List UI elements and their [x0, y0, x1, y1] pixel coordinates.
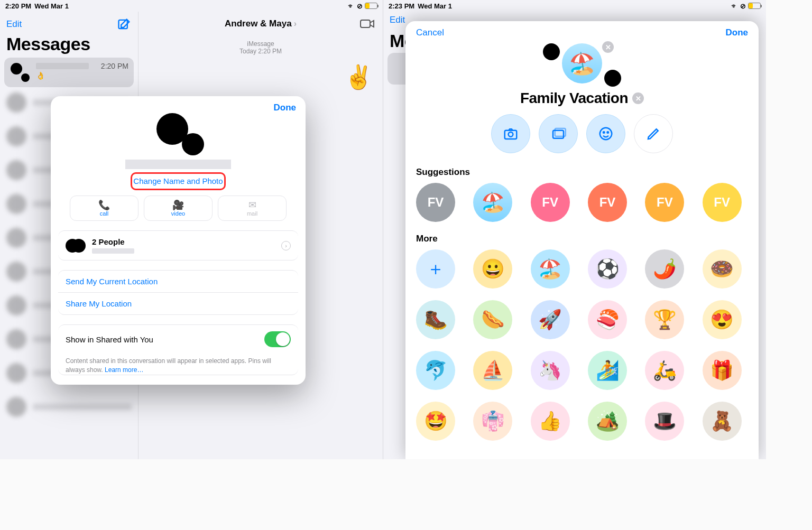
left-device: 2:20 PM Wed Mar 1 ᯤ ⊘ Edit Messages 2:20… — [0, 0, 383, 459]
more-item[interactable]: 🤩 — [416, 402, 455, 441]
more-item[interactable]: 🎩 — [645, 402, 684, 441]
group-photo-preview: 🏖️ ✕ — [529, 41, 635, 89]
edit-button[interactable]: Edit — [390, 15, 405, 25]
suggestion-item[interactable]: FV — [703, 183, 742, 222]
status-bar: 2:23 PM Wed Mar 1 ᯤ ⊘ — [383, 0, 766, 12]
suggestion-item[interactable]: FV — [588, 183, 627, 222]
more-item[interactable]: 🏄 — [588, 351, 627, 390]
more-item[interactable]: 🥾 — [416, 300, 455, 339]
mail-icon: ✉︎ — [248, 200, 256, 210]
status-time: 2:23 PM — [389, 2, 414, 10]
more-item[interactable]: 😀 — [473, 249, 512, 289]
conversation-name — [36, 63, 89, 69]
more-item[interactable]: 🍩 — [703, 249, 742, 289]
video-icon: 🎥 — [172, 200, 184, 210]
more-item[interactable]: 🎁 — [703, 351, 742, 390]
emoji-button[interactable] — [586, 114, 625, 153]
video-button[interactable]: 🎥video — [144, 196, 213, 221]
conversation-preview: 👌 — [36, 71, 128, 80]
compose-button[interactable] — [117, 17, 132, 32]
mail-button: ✉︎mail — [218, 196, 287, 221]
svg-point-8 — [607, 132, 609, 133]
conversation-time: 2:20 PM — [101, 62, 128, 70]
wifi-icon: ᯤ — [731, 2, 738, 10]
more-heading: More — [416, 234, 748, 244]
send-location-button[interactable]: Send My Current Location — [58, 271, 298, 292]
more-item[interactable]: 😍 — [703, 300, 742, 339]
suggestion-item[interactable]: 🏖️ — [473, 183, 512, 222]
more-item[interactable]: 🏖️ — [531, 249, 570, 289]
clear-name-button[interactable]: ✕ — [632, 92, 644, 104]
learn-more-link[interactable]: Learn more… — [105, 366, 143, 374]
shared-with-you-row: Show in Shared with You — [58, 325, 298, 354]
more-item[interactable]: 🧸 — [703, 402, 742, 441]
cancel-button[interactable]: Cancel — [416, 27, 444, 38]
call-button[interactable]: 📞call — [70, 196, 139, 221]
camera-button[interactable] — [491, 114, 530, 153]
photos-button[interactable] — [539, 114, 578, 153]
svg-point-6 — [600, 128, 612, 140]
group-avatar-icon — [10, 62, 31, 83]
battery-icon — [365, 3, 377, 9]
svg-rect-1 — [361, 20, 370, 27]
shared-footnote: Content shared in this conversation will… — [58, 354, 298, 375]
right-device: 2:23 PM Wed Mar 1 ᯤ ⊘ Edit Messages ✌️ C… — [383, 0, 766, 459]
more-grid: ＋😀🏖️⚽🌶️🍩🥾🌭🚀🍣🏆😍🐬⛵🦄🏄🛵🎁🤩👘👍🏕️🎩🧸 — [416, 249, 748, 441]
chat-meta: iMessage Today 2:20 PM — [139, 40, 383, 55]
orientation-lock-icon: ⊘ — [357, 2, 363, 10]
suggestion-item[interactable]: FV — [531, 183, 570, 222]
name-photo-sheet: Cancel Done 🏖️ ✕ Family Vacation ✕ Sugge… — [405, 21, 759, 459]
group-photo-icon: 🏖️ — [562, 43, 602, 83]
reaction-emoji: ✌️ — [344, 63, 373, 91]
group-avatar-large — [149, 113, 207, 155]
status-date: Wed Mar 1 — [34, 2, 69, 10]
more-item[interactable]: 🚀 — [531, 300, 570, 339]
more-item[interactable]: 🌭 — [473, 300, 512, 339]
people-row[interactable]: 2 People › — [58, 231, 298, 260]
wifi-icon: ᯤ — [348, 2, 355, 10]
suggestions-grid: FV🏖️FVFVFVFV — [416, 183, 748, 222]
more-item[interactable]: 🏕️ — [588, 402, 627, 441]
change-name-photo-button[interactable]: Change Name and Photo — [133, 176, 223, 185]
people-avatars-icon — [66, 238, 87, 254]
add-more-button[interactable]: ＋ — [416, 249, 455, 289]
shared-with-you-toggle[interactable] — [264, 331, 291, 347]
svg-point-3 — [509, 132, 513, 137]
chevron-right-icon: › — [294, 19, 297, 29]
more-item[interactable]: 👍 — [531, 402, 570, 441]
more-item[interactable]: ⛵ — [473, 351, 512, 390]
phone-icon: 📞 — [98, 200, 110, 210]
more-item[interactable]: 🦄 — [531, 351, 570, 390]
status-bar: 2:20 PM Wed Mar 1 ᯤ ⊘ — [0, 0, 383, 12]
more-item[interactable]: 👘 — [473, 402, 512, 441]
more-item[interactable]: 🐬 — [416, 351, 455, 390]
conversation-row-selected[interactable]: 2:20 PM 👌 — [4, 58, 134, 87]
more-item[interactable]: 🍣 — [588, 300, 627, 339]
group-name-placeholder — [125, 160, 231, 169]
suggestion-item[interactable]: FV — [416, 183, 455, 222]
battery-icon — [748, 3, 761, 9]
messages-title: Messages — [0, 32, 138, 58]
more-item[interactable]: 🌶️ — [645, 249, 684, 289]
more-item[interactable]: 🛵 — [645, 351, 684, 390]
share-location-button[interactable]: Share My Location — [58, 292, 298, 314]
svg-point-7 — [603, 132, 605, 133]
people-subtext — [92, 248, 134, 254]
done-button[interactable]: Done — [274, 103, 297, 113]
change-name-photo-highlight: Change Name and Photo — [131, 172, 226, 190]
group-name-field[interactable]: Family Vacation — [520, 90, 628, 107]
facetime-button[interactable] — [359, 18, 375, 30]
orientation-lock-icon: ⊘ — [740, 2, 746, 10]
pencil-button[interactable] — [634, 114, 673, 153]
done-button[interactable]: Done — [726, 27, 749, 38]
group-details-modal: Done Change Name and Photo 📞call 🎥video … — [51, 96, 306, 385]
suggestion-item[interactable]: FV — [645, 183, 684, 222]
more-item[interactable]: ⚽ — [588, 249, 627, 289]
edit-button[interactable]: Edit — [6, 19, 22, 30]
chevron-right-icon: › — [281, 241, 291, 250]
status-time: 2:20 PM — [5, 2, 31, 10]
more-item[interactable]: 🏆 — [645, 300, 684, 339]
chat-title[interactable]: Andrew & Maya › — [225, 18, 297, 29]
suggestions-heading: Suggestions — [416, 167, 748, 178]
remove-photo-button[interactable]: ✕ — [602, 41, 614, 53]
